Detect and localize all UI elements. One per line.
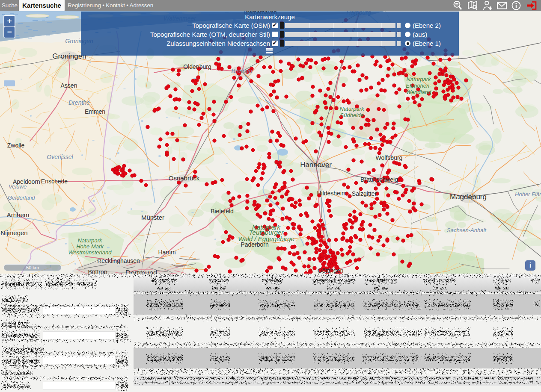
svg-text:Hohe Mark: Hohe Mark <box>76 243 104 250</box>
svg-text:Münster: Münster <box>141 214 164 221</box>
svg-text:Nijmegen: Nijmegen <box>0 229 27 236</box>
svg-text:Bielefeld: Bielefeld <box>211 208 234 215</box>
svg-text:Wolfsburg: Wolfsburg <box>376 154 403 161</box>
svg-text:Naturpark: Naturpark <box>77 237 103 244</box>
svg-text:Naturpark: Naturpark <box>339 106 365 112</box>
svg-text:Hamm: Hamm <box>158 249 175 256</box>
svg-text:Sachsen-Anhalt: Sachsen-Anhalt <box>447 227 487 233</box>
svg-text:Wald / Eggegebirge: Wald / Eggegebirge <box>238 235 294 242</box>
svg-text:Westmünsterland: Westmünsterland <box>68 249 112 256</box>
svg-text:Arnhem: Arnhem <box>7 211 30 218</box>
svg-text:Emmen: Emmen <box>85 108 105 115</box>
svg-text:Magdeburg: Magdeburg <box>450 193 487 201</box>
svg-text:Wendland: Wendland <box>406 89 431 95</box>
svg-text:Naturpark: Naturpark <box>406 76 431 83</box>
svg-text:Enschede: Enschede <box>41 178 68 185</box>
svg-text:Braunschweig: Braunschweig <box>360 176 398 183</box>
svg-text:Göttingen: Göttingen <box>318 267 344 274</box>
svg-text:Südheide: Südheide <box>340 112 364 118</box>
svg-text:Hannover: Hannover <box>300 161 332 169</box>
svg-text:Drenthe: Drenthe <box>68 99 90 106</box>
svg-text:Elbhöhen-: Elbhöhen- <box>406 83 431 89</box>
svg-text:Recklinghausen: Recklinghausen <box>97 257 140 264</box>
svg-text:Bremen: Bremen <box>231 68 252 74</box>
svg-text:Osnabrück: Osnabrück <box>169 174 200 182</box>
svg-text:Overijssel: Overijssel <box>47 153 73 160</box>
svg-text:Salzgitter: Salzgitter <box>352 190 377 197</box>
svg-text:Oldenburg: Oldenburg <box>183 63 211 70</box>
svg-text:Zwolle: Zwolle <box>7 142 25 149</box>
svg-text:Apeldoorn: Apeldoorn <box>13 178 40 185</box>
svg-text:Assen: Assen <box>61 82 77 89</box>
svg-text:Hildesheim: Hildesheim <box>317 190 346 197</box>
svg-text:Hoher Fläm: Hoher Fläm <box>515 191 541 197</box>
svg-text:Gelderland: Gelderland <box>8 195 35 201</box>
